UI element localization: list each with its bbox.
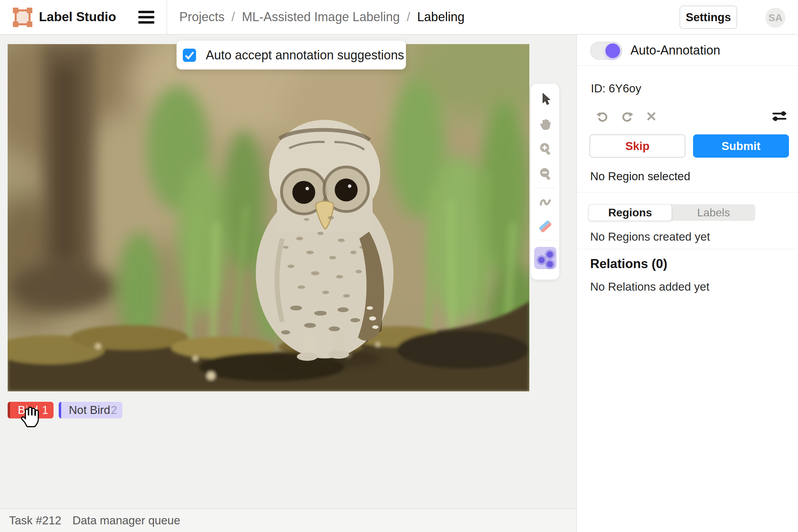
task-image-canvas[interactable] (8, 44, 529, 391)
auto-accept-label: Auto accept annotation suggestions (206, 48, 404, 63)
eraser-icon (538, 219, 552, 233)
label-studio-logo-icon[interactable] (13, 7, 33, 27)
cursor-arrow-icon (538, 92, 552, 106)
user-avatar[interactable]: SA (765, 8, 785, 28)
undo-icon (596, 109, 610, 123)
zoom-out-icon (538, 167, 552, 181)
toolbar-divider (534, 188, 556, 188)
breadcrumb-separator: / (407, 10, 410, 24)
redo-button[interactable] (619, 108, 635, 125)
breadcrumb: Projects / ML-Assisted Image Labeling / … (179, 0, 464, 34)
skip-button[interactable]: Skip (589, 134, 685, 158)
toggle-knob (605, 43, 620, 58)
label-hotkey: 1 (42, 404, 48, 417)
relations-heading: Relations (0) (590, 257, 667, 271)
undo-button[interactable] (594, 108, 611, 125)
pan-tool[interactable] (531, 111, 560, 136)
panel-divider (577, 192, 798, 192)
auto-accept-suggestions-banner: Auto accept annotation suggestions (177, 41, 406, 69)
tab-labels[interactable]: Labels (672, 204, 755, 221)
redo-icon (620, 109, 634, 123)
auto-annotation-label: Auto-Annotation (630, 43, 720, 58)
label-hotkey: 2 (111, 404, 117, 417)
label-studio-app: Label Studio Projects / ML-Assisted Imag… (0, 0, 798, 532)
view-settings-button[interactable] (771, 108, 788, 125)
zoom-in-tool[interactable] (531, 136, 560, 161)
queue-name: Data manager queue (72, 514, 180, 527)
task-number: Task #212 (9, 514, 61, 527)
hand-icon (538, 117, 552, 131)
toolbar-divider (534, 240, 556, 240)
label-color-stripe (59, 402, 61, 418)
labeling-workspace: Auto accept annotation suggestions (0, 35, 576, 508)
keypoints-icon (534, 247, 556, 269)
annotation-toolbar (530, 83, 560, 280)
tab-regions[interactable]: Regions (588, 204, 672, 221)
close-icon (644, 109, 658, 123)
zoom-in-icon (538, 142, 552, 156)
regions-labels-tabs: Regions Labels (588, 204, 755, 221)
app-name: Label Studio (39, 0, 116, 34)
annotation-side-panel: Auto-Annotation ID: 6Y6oy (576, 35, 798, 532)
label-text: Bird (18, 404, 38, 417)
top-header: Label Studio Projects / ML-Assisted Imag… (0, 0, 798, 35)
breadcrumb-projects[interactable]: Projects (179, 10, 225, 24)
auto-annotation-toggle[interactable] (590, 42, 622, 60)
header-divider (166, 0, 167, 34)
sliders-icon (771, 108, 788, 125)
hamburger-menu-icon[interactable] (138, 11, 154, 24)
label-color-stripe (8, 402, 10, 418)
auto-accept-checkbox[interactable] (183, 49, 196, 62)
submit-button[interactable]: Submit (693, 134, 789, 158)
region-status-text: No Region selected (590, 170, 690, 183)
brush-icon (538, 194, 552, 208)
breadcrumb-separator: / (231, 10, 235, 24)
label-chip-not-bird[interactable]: Not Bird 2 (59, 402, 122, 418)
status-bar: Task #212 Data manager queue (0, 508, 576, 532)
brush-tool[interactable] (531, 189, 560, 214)
annotation-id: ID: 6Y6oy (591, 82, 641, 95)
relations-empty-text: No Relations added yet (590, 280, 709, 293)
panel-divider (577, 65, 798, 66)
zoom-out-tool[interactable] (531, 161, 560, 186)
eraser-tool[interactable] (531, 214, 560, 239)
reset-button[interactable] (643, 108, 660, 125)
keypoints-tool[interactable] (531, 241, 560, 275)
breadcrumb-current-page: Labeling (417, 10, 464, 24)
label-text: Not Bird (69, 404, 110, 417)
select-tool[interactable] (531, 86, 560, 111)
breadcrumb-project-name[interactable]: ML-Assisted Image Labeling (242, 10, 400, 24)
regions-empty-text: No Regions created yet (590, 230, 710, 243)
label-chip-bird[interactable]: Bird 1 (8, 402, 54, 418)
settings-button[interactable]: Settings (679, 6, 737, 29)
panel-divider (577, 249, 798, 249)
